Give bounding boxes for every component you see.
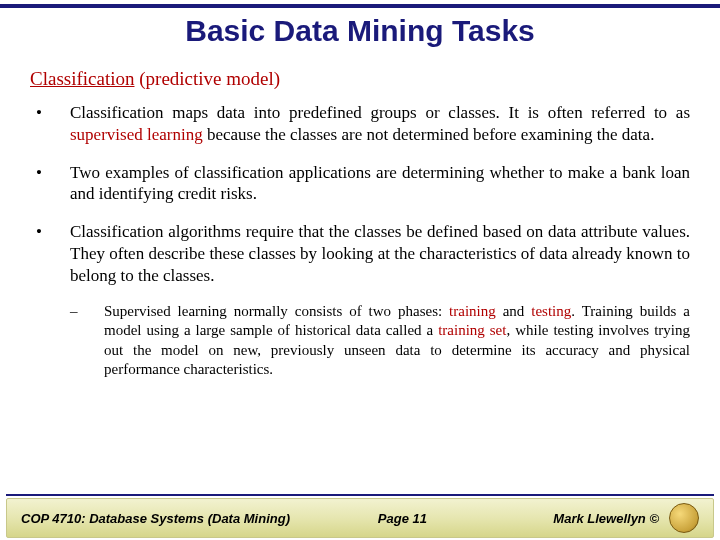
slide-title: Basic Data Mining Tasks <box>0 14 720 48</box>
subtitle: Classification (predictive model) <box>30 68 690 90</box>
subtitle-rest: (predictive model) <box>134 68 280 89</box>
content-area: Classification (predictive model) Classi… <box>0 48 720 379</box>
footer-right: Mark Llewellyn © <box>487 503 699 533</box>
top-rule <box>0 4 720 8</box>
bullet-1-b: because the classes are not determined b… <box>203 125 655 144</box>
bullet-2: Two examples of classification applicati… <box>30 162 690 206</box>
sub-1-kw3: training set <box>438 322 506 338</box>
bullet-1: Classification maps data into predefined… <box>30 102 690 146</box>
bullet-3: Classification algorithms require that t… <box>30 221 690 286</box>
footer-course: COP 4710: Database Systems (Data Mining) <box>21 511 318 526</box>
footer-author: Mark Llewellyn © <box>553 511 659 526</box>
bullet-list: Classification maps data into predefined… <box>30 102 690 286</box>
bullet-1-keyword: supervised learning <box>70 125 203 144</box>
subtitle-underlined: Classification <box>30 68 134 89</box>
sub-1-b: and <box>496 303 532 319</box>
sub-1-kw2: testing <box>531 303 571 319</box>
footer-page: Page 11 <box>318 511 488 526</box>
sub-1-a: Supervised learning normally consists of… <box>104 303 449 319</box>
sub-1-kw1: training <box>449 303 496 319</box>
footer-rule <box>6 494 714 496</box>
footer-bar: COP 4710: Database Systems (Data Mining)… <box>6 498 714 538</box>
footer-wrap: COP 4710: Database Systems (Data Mining)… <box>0 494 720 540</box>
seal-icon <box>669 503 699 533</box>
sub-bullet-1: Supervised learning normally consists of… <box>30 302 690 379</box>
bullet-1-a: Classification maps data into predefined… <box>70 103 690 122</box>
